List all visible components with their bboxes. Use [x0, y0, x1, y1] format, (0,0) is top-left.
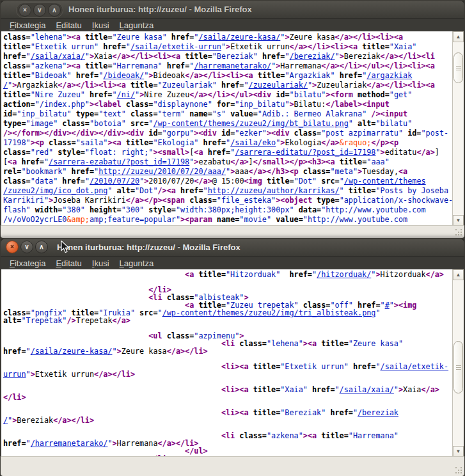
firefox-source-window-top: × ∨ ∧ Honen iturburua: http://zuzeu/ - M…	[0, 0, 465, 239]
source-line: href="/harremanetarako/">Harremana</a></…	[3, 440, 453, 447]
source-link[interactable]: /saila/etxetik-urrun	[130, 42, 221, 51]
source-code[interactable]: <a title="Hitzorduak" href="/hitzorduak/…	[1, 269, 453, 457]
source-line: title="Bideoak" href="/bideoak/">Bideoak…	[3, 71, 453, 81]
source-link[interactable]: /sarrera-ezabatu/?post_id=17198	[49, 157, 189, 166]
window-controls: × ∨ ∧	[6, 241, 48, 253]
window-title: Honen iturburua: http://zuzeu/ - Mozilla…	[68, 4, 252, 14]
source-line: alt="Trepetak"/>Trepetak</a>	[3, 317, 453, 324]
source-line: 17198"><p class="saila"><a title="Ekolog…	[3, 138, 453, 148]
source-line: <a title="Hitzorduak" href="/hitzorduak/…	[3, 271, 453, 278]
firefox-source-window-bottom: × ∨ ∧ Honen iturburua: http://zuzeu/ - M…	[0, 238, 465, 476]
source-link[interactable]: /argazkiak	[366, 71, 412, 80]
source-line: </li>	[3, 393, 453, 401]
source-link[interactable]: /2010/07/20	[90, 177, 139, 186]
source-link[interactable]: /saila/xaia/	[340, 385, 394, 394]
menu-editatu[interactable]: Editatu	[51, 258, 86, 269]
source-link[interactable]: http://zuzeu/2010/07/20/aaa/	[99, 167, 226, 176]
source-line: href="/saila/xaia/">Xaia</a></li><li><a …	[3, 52, 453, 61]
scroll-up-button[interactable]: ▲	[453, 269, 464, 280]
source-line: class="azkena"><a title="Harremana" href…	[3, 61, 453, 71]
window-controls: × ∨ ∧	[16, 3, 63, 18]
menu-editatu[interactable]: Editatu	[51, 20, 86, 31]
menu-ikusi[interactable]: Ikusi	[87, 20, 114, 31]
minimize-button[interactable]: ∨	[20, 241, 33, 253]
scroll-up-button[interactable]: ▲	[453, 31, 464, 42]
source-link[interactable]: /bideoak/	[103, 71, 144, 80]
source-line: Karrikiri">Joseba Karrikiri</a></p><span…	[3, 196, 453, 205]
source-line: urrun">Etxetik urrun</a></li>	[3, 370, 453, 378]
status-bar	[1, 225, 464, 238]
titlebar[interactable]: × ∨ ∧ Honen iturburua: http://zuzeu/ - M…	[1, 239, 464, 257]
source-link[interactable]: /ni/	[117, 90, 135, 99]
source-line: action="/index.php"><label class="displa…	[3, 100, 453, 109]
source-line: /">Bereziak</a></li>	[3, 416, 453, 424]
source-line: /">Argazkiak</a></li><li><a title="Zuzeu…	[3, 81, 453, 90]
menu-fitxategia[interactable]: Fitxategia	[4, 20, 51, 31]
source-line: title="Nire Zuzeu" href="/ni/">Nire Zuze…	[3, 90, 453, 100]
source-line: /zuzeu2/img/ico_dot.png" alt="Dot"/><a h…	[3, 186, 453, 196]
source-line: <li><a title="Xaia" href="/saila/xaia/">…	[3, 386, 453, 393]
source-link[interactable]: /saila/zeure-kasa/	[31, 347, 113, 356]
menu-fitxategia[interactable]: Fitxategia	[4, 258, 51, 269]
source-link[interactable]: /zuzeu2/img/ico_dot.png	[3, 186, 107, 195]
status-bar	[1, 456, 464, 476]
scroll-down-button[interactable]: ▼	[453, 215, 464, 226]
maximize-button[interactable]: ∧	[48, 4, 61, 17]
scroll-thumb[interactable]	[453, 52, 463, 83]
source-line: /></form></div></div></div><div id="gorp…	[3, 129, 453, 138]
source-line: /v/oVoO2ycrLE0&amp;amp;feature=popular">…	[3, 215, 453, 225]
source-link[interactable]: /sarrera-editatu/?post_id=17198	[235, 148, 375, 157]
source-link[interactable]: /bereziak	[358, 408, 398, 417]
source-link[interactable]: http://zuzeu/author/karrikas/	[208, 186, 340, 195]
scroll-down-button[interactable]: ▼	[453, 446, 464, 457]
menubar: FitxategiaEditatuIkusiLaguntza	[1, 19, 464, 31]
source-link[interactable]: /zuzeulariak/	[249, 81, 308, 90]
source-line: type="image" class="botoia" src="/wp-con…	[3, 119, 453, 129]
source-link[interactable]: /wp-content/themes/zuzeu2/img/tri_albist…	[162, 308, 376, 317]
source-view[interactable]: <a title="Hitzorduak" href="/hitzorduak/…	[1, 269, 464, 457]
scroll-thumb[interactable]	[453, 341, 463, 393]
titlebar[interactable]: × ∨ ∧ Honen iturburua: http://zuzeu/ - M…	[1, 1, 464, 19]
source-line: class="lehena"><a title="Zeure kasa" hre…	[3, 33, 453, 42]
minimize-button[interactable]: ∨	[33, 4, 46, 17]
source-line: title="Etxetik urrun" href="/saila/etxet…	[3, 42, 453, 52]
v-scrollbar[interactable]: ▲ ▼	[452, 269, 464, 457]
source-link[interactable]: /saila/zeure-kasa/	[198, 33, 280, 42]
source-link[interactable]: /wp-content/themes/zuzeu2/img/bt_bilatu.…	[153, 119, 348, 128]
source-link[interactable]: /wp-content/themes	[344, 177, 426, 186]
source-link[interactable]: /saila/etxetik-	[381, 362, 449, 371]
source-line	[3, 278, 453, 286]
source-line: class="red" style="float: right;"><small…	[3, 148, 453, 157]
source-link[interactable]: /harremanetarako/	[194, 61, 271, 70]
source-link[interactable]: /bereziak/	[290, 52, 335, 61]
source-view[interactable]: class="lehena"><a title="Zeure kasa" hre…	[1, 31, 464, 226]
resize-grip[interactable]	[455, 466, 462, 474]
desktop: × ∨ ∧ Honen iturburua: http://zuzeu/ - M…	[0, 0, 465, 476]
menu-ikusi[interactable]: Ikusi	[87, 258, 114, 269]
resize-grip[interactable]	[455, 228, 462, 236]
menu-laguntza[interactable]: Laguntza	[114, 258, 159, 269]
close-button[interactable]: ×	[19, 4, 31, 17]
source-line: href="/saila/zeure-kasa/">Zeure kasa</a>…	[3, 347, 453, 355]
maximize-button[interactable]: ∧	[35, 241, 48, 253]
source-link[interactable]: /saila/xaia/	[31, 52, 85, 61]
source-line: class="data" href="/2010/07/20">2010/07/…	[3, 177, 453, 186]
source-line: id="inp_bilatu" type="text" class="term"…	[3, 109, 453, 119]
menubar: FitxategiaEditatuIkusiLaguntza	[1, 257, 464, 269]
source-link[interactable]: #	[385, 301, 390, 310]
source-line: flash" width="380" height="300" style="w…	[3, 205, 453, 215]
close-button[interactable]: ×	[6, 241, 19, 253]
menu-laguntza[interactable]: Laguntza	[114, 20, 159, 31]
source-line: </ul>	[3, 447, 453, 455]
source-code[interactable]: class="lehena"><a title="Zeure kasa" hre…	[1, 31, 453, 226]
source-line: rel="bookmark" href="http://zuzeu/2010/0…	[3, 167, 453, 177]
window-title: Honen iturburua: http://zuzeu/ - Mozilla…	[57, 242, 240, 252]
source-link[interactable]: /saila/eko	[230, 138, 276, 147]
v-scrollbar[interactable]: ▲ ▼	[452, 31, 464, 226]
source-link[interactable]: /hitzorduak/	[317, 270, 371, 279]
source-line: [<a href="/sarrera-ezabatu/?post_id=1719…	[3, 157, 453, 167]
source-link[interactable]: /harremanetarako/	[31, 439, 108, 448]
